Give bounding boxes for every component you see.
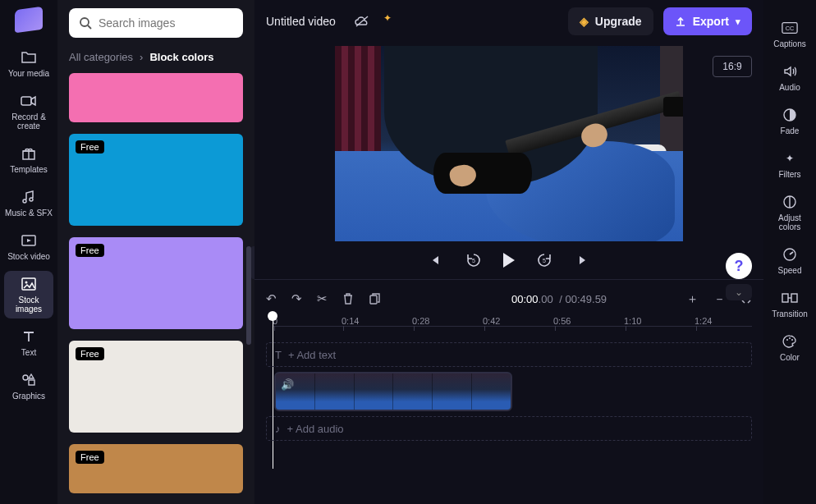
timeline: ↶ ↷ ✂ 00:00.00 / 00:49.59 ＋ － 0 0:14 [254, 279, 763, 504]
text-icon [21, 328, 37, 345]
video-preview[interactable] [335, 46, 683, 241]
aspect-ratio[interactable]: 16:9 [713, 56, 752, 77]
rewind-5-icon[interactable]: 5 [464, 250, 484, 270]
svg-text:5: 5 [472, 258, 475, 263]
audio-track[interactable]: ♪ + Add audio [266, 416, 752, 441]
svg-point-4 [25, 282, 28, 284]
timeline-ruler[interactable]: 0 0:14 0:28 0:42 0:56 1:10 1:24 [266, 314, 752, 337]
rail-label: Color [780, 353, 800, 362]
swatch-list[interactable]: Free Free Free Free [69, 73, 243, 496]
gem-icon: ◈ [580, 15, 589, 28]
upgrade-label: Upgrade [595, 15, 642, 28]
rail-label: Your media [8, 69, 49, 78]
export-button[interactable]: Export ▾ [663, 7, 752, 35]
contrast-icon [782, 194, 798, 210]
ruler-tick: 0:28 [412, 316, 429, 326]
rail-label: Graphics [12, 392, 45, 401]
rail-text[interactable]: Text [4, 323, 53, 362]
rail-label: Transition [772, 309, 808, 318]
rail-record[interactable]: Record & create [4, 88, 53, 135]
skip-start-icon[interactable] [424, 250, 444, 270]
rail-label: Stock video [7, 252, 50, 261]
rail-color[interactable]: Color [767, 328, 813, 367]
svg-point-5 [23, 375, 28, 380]
gift-icon [21, 145, 37, 162]
project-title[interactable]: Untitled video [266, 15, 336, 28]
rail-graphics[interactable]: Graphics [4, 367, 53, 405]
image-icon [21, 276, 37, 292]
fade-icon [782, 107, 798, 123]
scissors-icon[interactable]: ✂ [317, 291, 328, 306]
sparkle-icon: ✦ [383, 12, 392, 24]
ruler-tick: 1:24 [695, 316, 712, 326]
rail-stock-video[interactable]: Stock video [4, 227, 53, 266]
rail-fade[interactable]: Fade [767, 102, 813, 140]
swatch-brown[interactable]: Free [69, 444, 243, 493]
video-track[interactable]: 🔊 [266, 372, 752, 411]
export-label: Export [693, 15, 729, 28]
svg-rect-17 [791, 294, 797, 302]
rail-captions[interactable]: CC Captions [767, 15, 813, 53]
panel-scrollbar[interactable] [246, 131, 251, 488]
ruler-tick: 0:42 [483, 316, 500, 326]
help-button[interactable]: ? [726, 253, 752, 279]
rail-audio[interactable]: Audio [767, 58, 813, 97]
rail-templates[interactable]: Templates [4, 140, 53, 179]
redo-icon[interactable]: ↷ [291, 291, 302, 306]
more-button[interactable]: ⌄ [726, 284, 752, 300]
rail-filters[interactable]: ✦ Filters [767, 145, 813, 184]
search-icon [79, 16, 92, 30]
rail-speed[interactable]: Speed [767, 241, 813, 280]
swatch-blue[interactable]: Free [69, 134, 243, 226]
video-clip[interactable]: 🔊 [274, 372, 512, 411]
upload-icon [675, 16, 686, 27]
svg-rect-10 [370, 296, 377, 304]
tracks: T + Add text 🔊 ♪ + Add audio [266, 337, 752, 504]
svg-point-20 [791, 339, 793, 341]
rail-adjust-colors[interactable]: Adjust colors [767, 189, 813, 236]
upgrade-button[interactable]: ◈ Upgrade [568, 7, 653, 35]
skip-end-icon[interactable] [574, 250, 594, 270]
zoom-sub-icon[interactable]: － [713, 291, 726, 307]
music-icon [21, 189, 37, 205]
rail-label: Speed [778, 266, 802, 275]
trash-icon[interactable] [342, 292, 354, 305]
forward-5-icon[interactable]: 5 [534, 250, 554, 270]
folder-icon [21, 49, 37, 66]
search-input[interactable] [99, 16, 242, 30]
swatch-purple[interactable]: Free [69, 237, 243, 329]
cloud-off-icon[interactable] [351, 10, 374, 33]
rail-transition[interactable]: Transition [767, 285, 813, 323]
duplicate-icon[interactable] [369, 292, 382, 305]
swatch-pink[interactable] [69, 73, 243, 122]
svg-point-18 [786, 339, 788, 341]
text-track[interactable]: T + Add text [266, 342, 752, 367]
timeline-toolbar: ↶ ↷ ✂ 00:00.00 / 00:49.59 ＋ － [266, 285, 752, 313]
rail-label: Templates [10, 165, 48, 174]
breadcrumb-root[interactable]: All categories [69, 51, 133, 63]
playback-controls: 5 5 [254, 241, 763, 279]
rail-music[interactable]: Music & SFX [4, 184, 53, 222]
speaker-icon [782, 63, 798, 80]
rail-label: Filters [778, 170, 800, 179]
free-badge: Free [76, 244, 104, 257]
search-box[interactable] [69, 8, 243, 38]
rail-stock-images[interactable]: Stock images [4, 271, 53, 318]
svg-point-19 [789, 337, 791, 339]
text-icon: T [275, 349, 282, 361]
captions-icon: CC [782, 20, 798, 36]
swatch-cream[interactable]: Free [69, 341, 243, 433]
undo-icon[interactable]: ↶ [266, 291, 277, 306]
add-audio-label: + Add audio [287, 423, 344, 435]
camera-icon [21, 93, 37, 109]
free-badge: Free [76, 140, 104, 153]
chevron-right-icon: › [140, 51, 143, 63]
play-button[interactable] [503, 253, 515, 268]
rail-your-media[interactable]: Your media [4, 44, 53, 83]
gauge-icon [782, 246, 798, 263]
timecode: 00:00.00 / 00:49.59 [511, 293, 607, 305]
zoom-add-icon[interactable]: ＋ [686, 291, 699, 307]
main-area: Untitled video ✦ ◈ Upgrade Export ▾ 16:9 [254, 0, 763, 504]
svg-text:5: 5 [543, 258, 546, 263]
ruler-tick: 0:56 [553, 316, 571, 326]
